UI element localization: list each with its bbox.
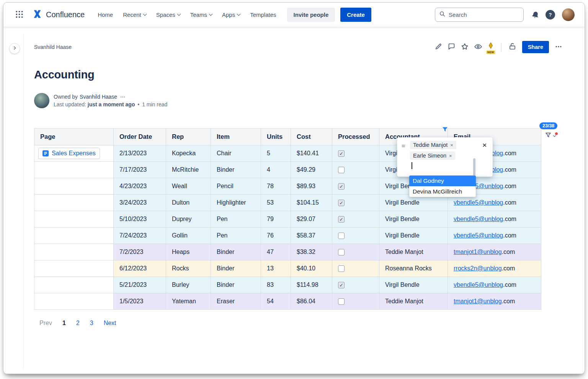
processed-checkbox[interactable]: [338, 200, 345, 206]
rep-cell: Gollin: [166, 228, 211, 244]
search-box[interactable]: [435, 8, 524, 22]
page-cell: [34, 195, 114, 211]
help-button[interactable]: ?: [545, 9, 556, 20]
user-avatar[interactable]: [562, 8, 575, 21]
restrictions-button[interactable]: [508, 42, 517, 52]
email-link[interactable]: vbendle5@unblog.com: [454, 232, 516, 239]
email-link[interactable]: rrocks2n@unblog.com: [454, 265, 515, 272]
updated-label: Last updated:: [54, 101, 86, 107]
toolbar-actions: NEW Share: [434, 41, 563, 53]
page-cell: [34, 260, 114, 277]
processed-checkbox[interactable]: [338, 249, 345, 255]
primary-nav: Home Recent Spaces Teams Apps Templates: [98, 11, 276, 18]
page-cell: [34, 178, 114, 195]
more-actions-button[interactable]: [554, 42, 563, 52]
remove-tag-icon[interactable]: ×: [449, 153, 452, 158]
filter-operator-button[interactable]: =: [402, 143, 405, 150]
column-header-rep[interactable]: Rep: [166, 129, 211, 145]
accountant-cell: Virgil Bendle: [379, 211, 448, 228]
pagination-page-3[interactable]: 3: [90, 320, 93, 327]
share-button[interactable]: Share: [522, 41, 549, 53]
page-link[interactable]: Sales Expenses: [38, 148, 100, 159]
star-button[interactable]: [460, 42, 470, 53]
email-link[interactable]: vbendle5@unblog.com: [454, 199, 516, 206]
column-filter-icon[interactable]: [441, 126, 449, 135]
email-link[interactable]: tmanjot1@unblog.com: [454, 249, 515, 255]
processed-checkbox[interactable]: [338, 265, 345, 272]
scrollbar-thumb[interactable]: [473, 158, 475, 176]
table-row: 7/24/2023 Gollin Pen 76 $58.37 Virgil Be…: [34, 228, 541, 244]
column-header-order-date[interactable]: Order Date: [114, 129, 166, 145]
pagination-next[interactable]: Next: [104, 320, 116, 327]
owner-avatar[interactable]: [34, 93, 49, 108]
processed-checkbox[interactable]: [338, 167, 345, 173]
filter-option[interactable]: Dal Godney: [409, 176, 476, 186]
comment-icon: [448, 42, 456, 52]
nav-item-recent[interactable]: Recent: [123, 11, 146, 18]
remove-tag-icon[interactable]: ×: [450, 143, 453, 148]
table-filter-button[interactable]: [545, 132, 557, 140]
item-cell: Binder: [211, 244, 261, 260]
filter-popup: = ✕ Teddie Manjot × Earle Simeon ×: [397, 137, 493, 177]
column-header-processed[interactable]: Processed: [332, 129, 379, 145]
chevron-right-icon: [12, 45, 17, 52]
nav-item-home[interactable]: Home: [98, 11, 113, 18]
page-cell: [34, 244, 114, 260]
nav-item-templates[interactable]: Templates: [250, 11, 276, 18]
nav-item-teams[interactable]: Teams: [190, 11, 212, 18]
chevron-down-icon: [143, 12, 147, 16]
comment-button[interactable]: [447, 42, 456, 52]
units-cell: 53: [261, 195, 291, 211]
premium-feature-button[interactable]: NEW: [487, 41, 495, 53]
byline-more-icon[interactable]: [120, 94, 126, 100]
confluence-home-link[interactable]: Confluence: [32, 9, 85, 21]
accountant-cell: Roseanna Rocks: [379, 260, 448, 277]
units-cell: 47: [261, 244, 291, 260]
cost-cell: $38.32: [291, 244, 332, 260]
processed-checkbox[interactable]: [338, 183, 345, 190]
email-link[interactable]: vbendle5@unblog.com: [454, 281, 516, 288]
search-input[interactable]: [449, 11, 519, 18]
processed-checkbox[interactable]: [338, 233, 345, 239]
processed-checkbox[interactable]: [338, 216, 345, 223]
processed-checkbox[interactable]: [338, 150, 345, 157]
processed-cell: [332, 178, 379, 195]
breadcrumb[interactable]: Svanhild Haase: [34, 44, 72, 50]
page-toolbar: Svanhild Haase NEW Share: [34, 40, 585, 54]
units-cell: 78: [261, 178, 291, 195]
read-time: 1 min read: [142, 101, 167, 107]
app-switcher-button[interactable]: [14, 9, 24, 21]
email-link[interactable]: vbendle5@unblog.com: [454, 216, 516, 222]
email-cell: vbendle5@unblog.com: [448, 211, 541, 228]
processed-checkbox[interactable]: [338, 298, 345, 305]
column-header-units[interactable]: Units: [261, 129, 291, 145]
column-header-page[interactable]: Page: [34, 129, 114, 145]
page-title: Accounting: [34, 68, 585, 81]
nav-item-spaces[interactable]: Spaces: [156, 11, 180, 18]
watch-button[interactable]: [473, 42, 483, 53]
order-date-cell: 7/24/2023: [114, 228, 166, 244]
invite-people-button[interactable]: Invite people: [287, 8, 335, 22]
expand-sidebar-button[interactable]: [9, 43, 20, 54]
pagination-page-1[interactable]: 1: [62, 320, 66, 327]
pagination-page-2[interactable]: 2: [76, 320, 80, 327]
chevron-down-icon: [237, 12, 241, 16]
column-header-cost[interactable]: Cost: [291, 129, 332, 145]
edit-button[interactable]: [434, 42, 443, 52]
owner-link[interactable]: Svanhild Haase: [80, 94, 117, 100]
divider: [501, 42, 501, 52]
notifications-button[interactable]: [531, 10, 540, 20]
order-date-cell: 1/5/2023: [114, 293, 166, 310]
filter-tags-area: Teddie Manjot × Earle Simeon ×: [410, 141, 476, 169]
filter-option[interactable]: Devina McGillreich: [409, 186, 476, 197]
processed-checkbox[interactable]: [338, 282, 345, 288]
close-icon[interactable]: ✕: [481, 141, 488, 150]
filter-tag-label: Teddie Manjot: [413, 142, 448, 148]
email-link[interactable]: tmanjot1@unblog.com: [454, 298, 515, 304]
pagination-prev[interactable]: Prev: [39, 320, 52, 327]
column-header-item[interactable]: Item: [211, 129, 261, 145]
cost-cell: $89.93: [291, 178, 332, 195]
nav-item-apps[interactable]: Apps: [222, 11, 240, 18]
pagination: Prev 1 2 3 Next: [39, 320, 585, 327]
create-button[interactable]: Create: [340, 8, 371, 22]
